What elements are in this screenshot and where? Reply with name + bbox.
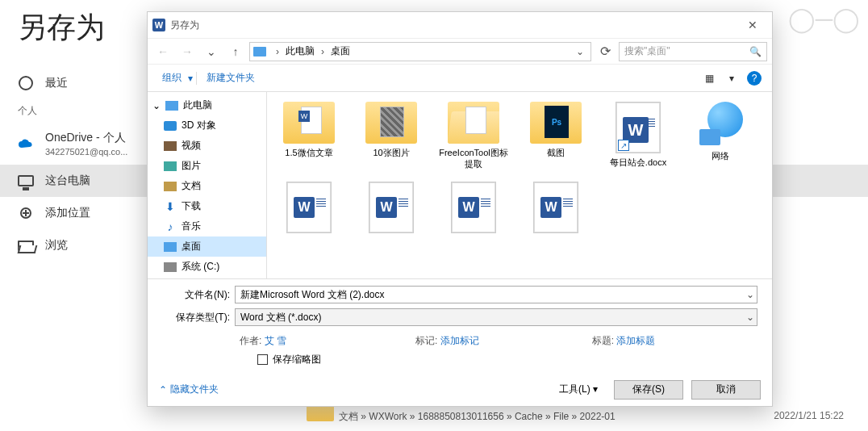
chevron-down-icon: ⌄	[746, 289, 754, 300]
tree-item-pc[interactable]: ⌄此电脑	[148, 95, 266, 115]
bs-sublabel: 342275021@qq.co...	[45, 147, 127, 157]
folder-tree[interactable]: ⌄此电脑3D 对象视频图片文档⬇下载♪音乐桌面系统 (C:)	[148, 92, 267, 278]
plus-icon	[18, 205, 34, 221]
filename-value: 新建Microsoft Word 文档 (2).docx	[240, 288, 384, 302]
bg-file-path: 文档 » WXWork » 1688850813011656 » Cache »…	[339, 410, 616, 424]
desk-icon	[164, 242, 177, 252]
bs-label: OneDrive - 个人	[45, 131, 127, 145]
close-button[interactable]: ✕	[738, 15, 767, 35]
file-name-label: 截图	[547, 147, 565, 158]
title-meta-label: 标题:	[592, 335, 614, 346]
save-button[interactable]: 保存(S)	[614, 380, 683, 400]
file-item[interactable]	[435, 178, 512, 240]
history-dropdown[interactable]: ⌄	[201, 41, 222, 62]
author-label: 作者:	[240, 335, 261, 346]
tree-item-vid[interactable]: 视频	[148, 136, 266, 156]
chevron-down-icon: ⌄	[746, 312, 754, 323]
filename-label: 文件名(N):	[162, 288, 235, 302]
shortcut-icon: ↗	[618, 140, 629, 151]
hide-folders-link[interactable]: ⌃ 隐藏文件夹	[159, 383, 219, 396]
tree-label: 视频	[182, 139, 201, 153]
folder-open-icon	[18, 237, 34, 253]
file-item[interactable]	[517, 178, 595, 240]
up-button[interactable]: ↑	[225, 41, 246, 62]
chevron-up-icon: ⌃	[159, 384, 167, 395]
separator	[196, 72, 197, 85]
tree-item-img[interactable]: 图片	[148, 156, 266, 176]
filetype-select[interactable]: Word 文档 (*.docx) ⌄	[235, 308, 757, 326]
tree-item-doc[interactable]: 文档	[148, 176, 266, 196]
view-dropdown[interactable]: ▾	[722, 69, 741, 88]
forward-button[interactable]: →	[177, 41, 198, 62]
drv-icon	[164, 262, 177, 272]
back-button[interactable]: ←	[152, 41, 173, 62]
tree-item-mus[interactable]: ♪音乐	[148, 216, 266, 236]
tags-label: 标记:	[415, 335, 437, 346]
chevron-down-icon: ▾	[188, 73, 193, 84]
tree-label: 文档	[182, 179, 201, 193]
expand-icon[interactable]: ⌄	[152, 100, 161, 111]
file-item[interactable]	[353, 178, 430, 240]
file-item[interactable]: 网络	[682, 98, 759, 174]
file-item[interactable]: Ps截图	[517, 98, 595, 174]
help-button[interactable]: ?	[745, 69, 764, 88]
file-item[interactable]	[270, 178, 348, 240]
tree-item-dl[interactable]: ⬇下载	[148, 196, 266, 216]
tree-item-obj[interactable]: 3D 对象	[148, 115, 266, 136]
bs-label: 最近	[45, 76, 68, 90]
title-meta-value[interactable]: 添加标题	[616, 335, 655, 346]
chevron-right-icon: ›	[318, 46, 328, 57]
tree-item-desk[interactable]: 桌面	[148, 236, 266, 257]
cloud-icon	[18, 136, 34, 152]
breadcrumb-segment[interactable]: 桌面	[331, 44, 350, 58]
file-item[interactable]: FreeIconTool图标提取	[435, 98, 512, 174]
breadcrumb-segment[interactable]: 此电脑	[286, 44, 315, 58]
tree-label: 3D 对象	[182, 119, 216, 132]
address-bar[interactable]: › 此电脑 › 桌面 ⌄	[249, 42, 591, 61]
download-icon: ⬇	[164, 200, 177, 213]
file-item[interactable]: 1.5微信文章	[270, 98, 348, 174]
img-icon	[164, 161, 177, 171]
new-folder-button[interactable]: 新建文件夹	[200, 68, 261, 88]
tree-item-drv[interactable]: 系统 (C:)	[148, 257, 266, 277]
search-input[interactable]: 搜索"桌面" 🔍	[619, 42, 767, 61]
pc-icon	[253, 47, 266, 56]
address-dropdown[interactable]: ⌄	[573, 46, 587, 57]
filetype-value: Word 文档 (*.docx)	[240, 311, 321, 324]
tree-label: 音乐	[182, 220, 201, 233]
decorative-circuit: ◯─◯	[788, 5, 860, 33]
view-mode-button[interactable]: ▦	[699, 69, 719, 88]
help-icon: ?	[747, 71, 762, 86]
file-name-label: 网络	[712, 150, 729, 161]
filename-input[interactable]: 新建Microsoft Word 文档 (2).docx ⌄	[235, 286, 757, 303]
chevron-right-icon: ›	[273, 46, 282, 57]
thumbnail-checkbox[interactable]	[257, 354, 268, 365]
vid-icon	[164, 141, 177, 151]
tags-value[interactable]: 添加标记	[440, 335, 479, 346]
file-name-label: 每日站会.docx	[610, 157, 666, 168]
tools-dropdown[interactable]: 工具(L) ▾	[551, 379, 606, 400]
tree-label: 此电脑	[183, 98, 212, 112]
save-as-dialog: W 另存为 ✕ ← → ⌄ ↑ › 此电脑 › 桌面 ⌄ ⟳ 搜索"桌面" 🔍 …	[147, 11, 773, 407]
cancel-button[interactable]: 取消	[691, 380, 761, 400]
thumbnail-label: 保存缩略图	[273, 353, 321, 366]
dialog-title: 另存为	[170, 19, 738, 32]
file-name-label: FreeIconTool图标提取	[438, 147, 509, 170]
tree-label: 下载	[182, 199, 201, 213]
bs-label: 这台电脑	[45, 174, 90, 188]
file-item[interactable]: ↗每日站会.docx	[599, 98, 677, 174]
doc-icon	[164, 182, 177, 191]
bs-label: 添加位置	[45, 206, 90, 220]
bs-label: 浏览	[45, 238, 68, 253]
hide-folders-label: 隐藏文件夹	[170, 383, 219, 396]
tree-label: 系统 (C:)	[182, 260, 219, 274]
search-placeholder: 搜索"桌面"	[624, 44, 670, 58]
author-value[interactable]: 艾 雪	[265, 335, 286, 346]
refresh-button[interactable]: ⟳	[595, 41, 616, 62]
file-item[interactable]: 10张图片	[353, 98, 430, 174]
file-view[interactable]: 1.5微信文章10张图片FreeIconTool图标提取Ps截图↗每日站会.do…	[267, 92, 772, 278]
word-app-icon: W	[152, 19, 165, 31]
clock-icon	[18, 75, 34, 91]
tree-label: 桌面	[182, 240, 201, 253]
organize-button[interactable]: 组织	[156, 68, 188, 88]
